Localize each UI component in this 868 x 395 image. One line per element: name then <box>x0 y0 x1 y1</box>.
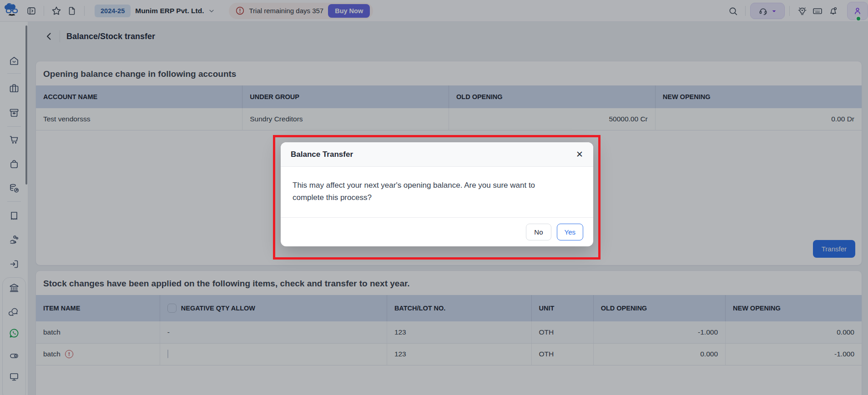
modal-title: Balance Transfer <box>291 150 353 159</box>
close-icon[interactable]: ✕ <box>576 150 583 159</box>
modal-message: This may affect your next year's opening… <box>293 179 544 204</box>
yes-button[interactable]: Yes <box>557 224 583 240</box>
modal-header: Balance Transfer ✕ <box>281 142 593 167</box>
balance-transfer-modal: Balance Transfer ✕ This may affect your … <box>281 142 593 246</box>
modal-body: This may affect your next year's opening… <box>281 167 593 217</box>
no-button[interactable]: No <box>526 224 551 240</box>
modal-footer: No Yes <box>281 217 593 246</box>
